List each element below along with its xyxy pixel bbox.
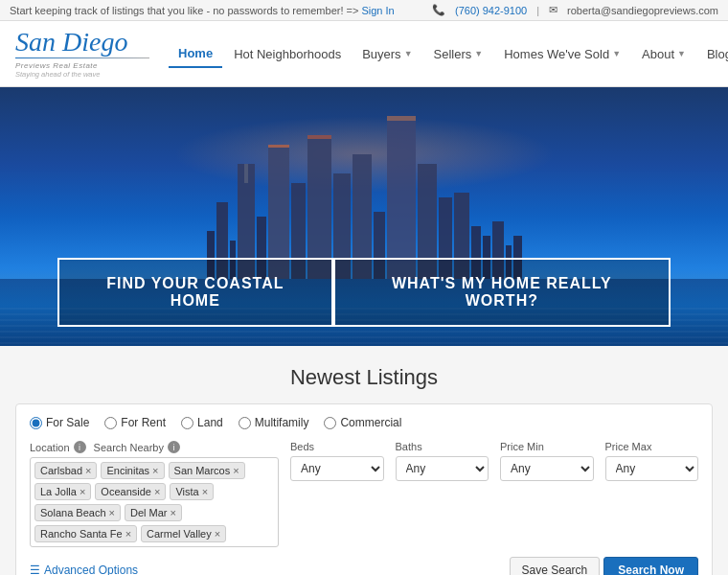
save-search-button[interactable]: Save Search [510, 557, 601, 575]
find-home-button[interactable]: FIND YOUR COASTAL HOME [57, 258, 333, 327]
radio-for-sale[interactable]: For Sale [30, 416, 89, 429]
search-actions: ☰ Advanced Options Save Search Search No… [30, 557, 698, 575]
nav-buyers[interactable]: Buyers ▼ [353, 41, 421, 67]
top-bar-message: Start keeping track of listings that you… [10, 5, 358, 16]
buyers-arrow: ▼ [404, 49, 413, 58]
tag-oceanside: Oceanside × [95, 483, 166, 500]
nav-homes-sold[interactable]: Homes We've Sold ▼ [494, 41, 630, 67]
top-bar-left: Start keeping track of listings that you… [10, 5, 395, 16]
remove-carmel-valley[interactable]: × [215, 529, 220, 540]
nearby-info-icon[interactable]: i [168, 441, 180, 453]
logo-name: San Diego [15, 29, 127, 56]
search-box: For Sale For Rent Land Multifamily Comme… [15, 403, 713, 575]
price-min-column: Price Min Any $100K $200K $300K $500K $1… [500, 441, 594, 481]
email-icon: ✉ [549, 4, 557, 16]
remove-la-jolla[interactable]: × [80, 487, 85, 497]
email-address: roberta@sandiegopreviews.com [567, 5, 718, 16]
tag-vista: Vista × [170, 483, 214, 500]
home-worth-button[interactable]: WHAT'S MY HOME REALLY WORTH? [333, 258, 671, 327]
nav-sellers[interactable]: Sellers ▼ [424, 41, 493, 67]
location-tags-container[interactable]: Carlsbad × Encinitas × San Marcos × La J… [30, 457, 279, 547]
logo: San Diego Previews Real Estate Staying a… [15, 29, 149, 79]
price-min-select[interactable]: Any $100K $200K $300K $500K $1M [500, 456, 594, 481]
phone-number: (760) 942-9100 [455, 5, 527, 16]
tag-san-marcos: San Marcos × [169, 462, 245, 479]
beds-label: Beds [290, 441, 384, 452]
top-bar: Start keeping track of listings that you… [0, 0, 728, 21]
tag-del-mar: Del Mar × [125, 504, 182, 521]
location-column: Location i Search Nearby i Carlsbad × En… [30, 441, 279, 547]
price-max-column: Price Max Any $300K $500K $750K $1M $2M+ [605, 441, 699, 481]
tag-rancho-santa-fe: Rancho Santa Fe × [34, 525, 137, 542]
header: San Diego Previews Real Estate Staying a… [0, 21, 728, 87]
radio-commercial[interactable]: Commercial [324, 416, 401, 429]
remove-solana-beach[interactable]: × [109, 508, 115, 518]
price-min-label: Price Min [500, 441, 594, 452]
hero-buttons: FIND YOUR COASTAL HOME WHAT'S MY HOME RE… [0, 258, 728, 327]
remove-del-mar[interactable]: × [170, 508, 175, 518]
remove-encinitas[interactable]: × [152, 466, 158, 476]
phone-icon: 📞 [432, 4, 445, 16]
tag-carlsbad: Carlsbad × [34, 462, 97, 479]
remove-rancho-santa-fe[interactable]: × [125, 529, 131, 540]
nav-hot-neighborhoods[interactable]: Hot Neighborhoods [224, 41, 351, 67]
tag-encinitas: Encinitas × [101, 462, 164, 479]
baths-select[interactable]: Any 1+ 2+ 3+ 4+ [396, 456, 489, 481]
main-nav: Home Hot Neighborhoods Buyers ▼ Sellers … [169, 40, 728, 68]
logo-tagline: Staying ahead of the wave [15, 70, 100, 79]
nav-blog[interactable]: Blog [697, 41, 728, 67]
baths-column: Baths Any 1+ 2+ 3+ 4+ [396, 441, 489, 481]
nav-home[interactable]: Home [169, 40, 222, 68]
tag-la-jolla: La Jolla × [34, 483, 91, 500]
radio-for-rent[interactable]: For Rent [104, 416, 166, 429]
hero-banner: FIND YOUR COASTAL HOME WHAT'S MY HOME RE… [0, 87, 728, 346]
search-type-group: For Sale For Rent Land Multifamily Comme… [30, 416, 698, 429]
location-info-icon[interactable]: i [74, 441, 86, 453]
top-bar-right: 📞 (760) 942-9100 | ✉ roberta@sandiegopre… [432, 4, 718, 16]
price-max-label: Price Max [605, 441, 699, 452]
about-arrow: ▼ [677, 49, 686, 58]
beds-column: Beds Any 1+ 2+ 3+ 4+ 5+ [290, 441, 384, 481]
remove-oceanside[interactable]: × [154, 487, 160, 497]
baths-label: Baths [396, 441, 489, 452]
logo-subtitle: Previews Real Estate [15, 61, 98, 70]
price-max-select[interactable]: Any $300K $500K $750K $1M $2M+ [605, 456, 699, 481]
logo-divider [15, 58, 149, 58]
search-title: Newest Listings [15, 365, 713, 390]
radio-multifamily[interactable]: Multifamily [239, 416, 309, 429]
beds-select[interactable]: Any 1+ 2+ 3+ 4+ 5+ [290, 456, 384, 481]
search-now-button[interactable]: Search Now [603, 557, 698, 575]
sold-arrow: ▼ [612, 49, 621, 58]
remove-san-marcos[interactable]: × [233, 466, 239, 476]
menu-icon: ☰ [30, 564, 40, 575]
advanced-options-link[interactable]: ☰ Advanced Options [30, 564, 138, 575]
tag-solana-beach: Solana Beach × [34, 504, 121, 521]
location-label: Location i Search Nearby i [30, 441, 279, 453]
sellers-arrow: ▼ [474, 49, 483, 58]
radio-land[interactable]: Land [181, 416, 223, 429]
nav-about[interactable]: About ▼ [632, 41, 695, 67]
remove-vista[interactable]: × [202, 487, 208, 497]
sign-in-link[interactable]: Sign In [361, 5, 394, 16]
remove-carlsbad[interactable]: × [85, 466, 91, 476]
search-section: Newest Listings For Sale For Rent Land M… [0, 346, 728, 575]
tag-carmel-valley: Carmel Valley × [141, 525, 226, 542]
search-fields-row: Location i Search Nearby i Carlsbad × En… [30, 441, 698, 547]
